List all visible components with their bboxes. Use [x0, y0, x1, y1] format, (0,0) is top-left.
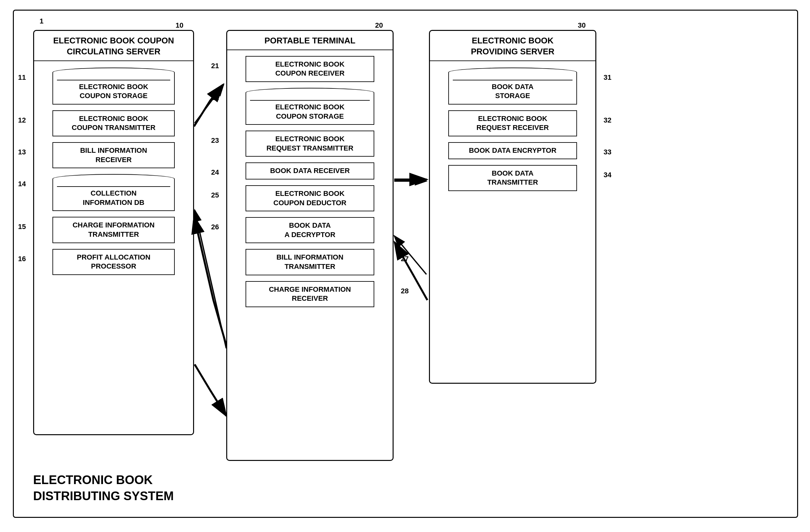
svg-line-4 [394, 236, 426, 275]
component-11: ELECTRONIC BOOK COUPON STORAGE [52, 68, 175, 104]
component-13: BILL INFORMATIONRECEIVER [52, 142, 175, 168]
component-34: BOOK DATATRANSMITTER [448, 165, 577, 191]
ref-30: 30 [578, 21, 586, 30]
component-12: ELECTRONIC BOOKCOUPON TRANSMITTER [52, 110, 175, 136]
ref-10: 10 [176, 21, 183, 30]
ref-34: 34 [604, 171, 612, 179]
component-14: COLLECTION INFORMATION DB [52, 174, 175, 211]
ref-33: 33 [604, 148, 612, 156]
ref-32: 32 [604, 116, 612, 124]
middle-server-box: PORTABLE TERMINAL 20 21 ELECTRONIC BOOKC… [226, 30, 393, 461]
svg-line-5 [195, 210, 226, 348]
component-24: BOOK DATA RECEIVER [245, 163, 374, 180]
outer-label: ELECTRONIC BOOK DISTRIBUTING SYSTEM [33, 472, 174, 504]
left-server-box: ELECTRONIC BOOK COUPON CIRCULATING SERVE… [33, 30, 194, 435]
ref-14: 14 [18, 180, 26, 188]
component-26: BOOK DATAA DECRYPTOR [245, 217, 374, 243]
ref-20: 20 [375, 21, 383, 30]
ref-13: 13 [18, 148, 26, 156]
ref-27: 27 [401, 255, 409, 263]
component-23: ELECTRONIC BOOKREQUEST TRANSMITTER [245, 131, 374, 157]
right-server-box: ELECTRONIC BOOK PROVIDING SERVER 30 31 B… [429, 30, 596, 384]
ref-28: 28 [401, 287, 409, 295]
component-16: PROFIT ALLOCATIONPROCESSOR [52, 249, 175, 275]
ref-11: 11 [18, 73, 26, 82]
outer-container: ELECTRONIC BOOK DISTRIBUTING SYSTEM 1 EL… [13, 10, 798, 518]
ref-12: 12 [18, 116, 26, 124]
ref-26: 26 [211, 223, 219, 231]
component-31: BOOK DATA STORAGE [448, 68, 577, 104]
ref-23: 23 [211, 136, 219, 145]
component-15: CHARGE INFORMATIONTRANSMITTER [52, 217, 175, 243]
component-22: ELECTRONIC BOOK COUPON STORAGE [245, 88, 374, 125]
ref-25: 25 [211, 191, 219, 199]
component-32: ELECTRONIC BOOKREQUEST RECEIVER [448, 110, 577, 136]
component-25: ELECTRONIC BOOKCOUPON DEDUCTOR [245, 185, 374, 211]
component-33: BOOK DATA ENCRYPTOR [448, 142, 577, 159]
ref-24: 24 [211, 168, 219, 177]
ref-16: 16 [18, 255, 26, 263]
component-21: ELECTRONIC BOOKCOUPON RECEIVER [245, 56, 374, 82]
outer-label-line1: ELECTRONIC BOOK [33, 472, 174, 488]
left-server-title: ELECTRONIC BOOK COUPON CIRCULATING SERVE… [34, 31, 193, 61]
svg-line-2 [195, 85, 224, 123]
outer-label-line2: DISTRIBUTING SYSTEM [33, 488, 174, 504]
outer-ref: 1 [39, 17, 44, 26]
ref-21: 21 [211, 62, 219, 70]
ref-15: 15 [18, 222, 26, 231]
ref-31: 31 [604, 73, 612, 82]
svg-line-6 [195, 364, 226, 416]
component-28: CHARGE INFORMATIONRECEIVER [245, 281, 374, 307]
middle-server-title: PORTABLE TERMINAL [227, 31, 393, 50]
right-server-title: ELECTRONIC BOOK PROVIDING SERVER [430, 31, 595, 61]
component-27: BILL INFORMATIONTRANSMITTER [245, 249, 374, 275]
ref-22: 22 [211, 94, 219, 102]
